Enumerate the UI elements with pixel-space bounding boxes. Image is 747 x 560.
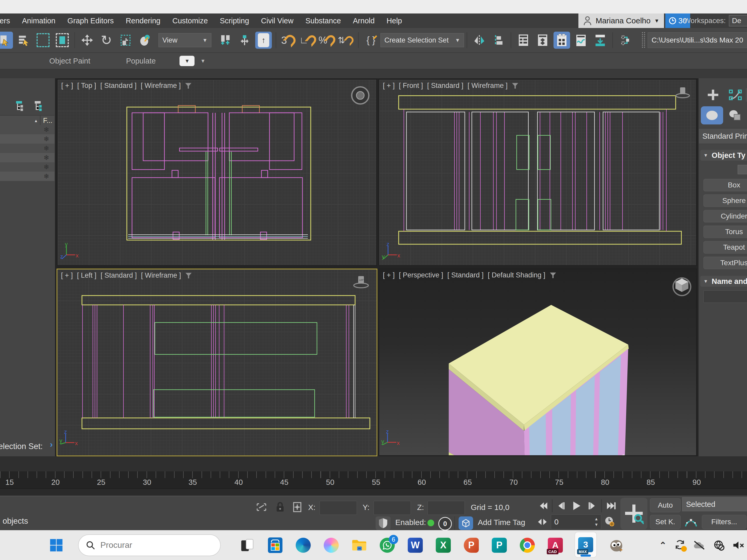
viewport-menu-shading[interactable]: [ Wireframe ] <box>141 271 181 279</box>
tray-chevron-up-icon[interactable]: ⌃ <box>659 540 667 551</box>
powerpoint-icon[interactable]: P <box>463 537 480 554</box>
word-icon[interactable]: W <box>407 537 423 554</box>
project-folder-field[interactable]: C:\Users\Utili...s\3ds Max 20 <box>648 32 747 48</box>
ribbon-tab-populate[interactable]: Populate <box>126 57 156 65</box>
primitive-button-box[interactable]: Box <box>703 179 747 191</box>
selected-key-dropdown[interactable]: Selected <box>682 497 747 511</box>
viewport-menu-general[interactable]: [ + ] <box>61 271 73 279</box>
ribbon-caret-icon[interactable]: ▼ <box>200 58 205 64</box>
volume-muted-icon[interactable] <box>732 540 744 551</box>
menu-item-help[interactable]: Help <box>386 17 402 25</box>
render-setup-button[interactable] <box>573 32 589 49</box>
ribbon-minimize-button[interactable]: ▼ <box>179 56 195 66</box>
add-time-tag-label[interactable]: Add Time Tag <box>478 518 525 527</box>
viewport-left-active[interactable]: [ + ] [ Left ] [ Standard ] [ Wireframe … <box>56 269 378 456</box>
scene-object-row[interactable]: ❄ <box>0 171 54 181</box>
key-mode-toggle[interactable] <box>535 515 549 529</box>
shapes-category-button[interactable] <box>727 107 743 124</box>
menu-item-customize[interactable]: Customize <box>172 17 208 25</box>
menu-item-arnold[interactable]: Arnold <box>353 17 375 25</box>
task-view-button[interactable] <box>239 537 256 554</box>
absolute-mode-toggle[interactable] <box>290 500 305 514</box>
toggle-scene-explorer-button[interactable] <box>515 32 532 49</box>
whatsapp-icon[interactable]: 6 <box>379 537 395 554</box>
search-input[interactable] <box>100 540 186 550</box>
default-in-out-tangents-button[interactable] <box>683 515 699 529</box>
go-to-end-button[interactable] <box>604 499 618 513</box>
y-coordinate-field[interactable] <box>374 501 411 515</box>
menu-item-civil-view[interactable]: Civil View <box>261 17 293 25</box>
create-selection-set-field[interactable]: Create Selection Set▼ <box>381 33 464 47</box>
onedrive-sync-icon[interactable] <box>674 539 685 551</box>
primitive-category-dropdown[interactable]: Standard Prim <box>699 128 747 144</box>
object-name-field[interactable] <box>703 290 747 303</box>
snaps-toggle-3d-button[interactable]: 3 <box>280 32 297 49</box>
modify-tab-icon[interactable] <box>727 88 744 102</box>
mirror-button[interactable] <box>471 32 488 49</box>
z-coordinate-field[interactable] <box>428 501 465 515</box>
primitive-button-textplus[interactable]: TextPlus <box>703 257 747 269</box>
select-and-rotate-button[interactable]: ↻ <box>98 32 114 49</box>
viewport-menu-pov[interactable]: [ Perspective ] <box>399 271 443 279</box>
frozen-icon[interactable]: ❄ <box>38 153 54 162</box>
viewport-perspective[interactable]: [ + ] [ Perspective ] [ Standard ] [ Def… <box>379 269 697 456</box>
select-and-place-button[interactable] <box>136 32 153 49</box>
microsoft-store-icon[interactable] <box>267 537 283 554</box>
viewport-menu-general[interactable]: [ + ] <box>383 271 395 279</box>
viewport-menu-pov[interactable]: [ Front ] <box>399 82 423 90</box>
geometry-category-button[interactable] <box>701 106 723 125</box>
viewport-menu-shading[interactable]: [ Wireframe ] <box>467 82 508 90</box>
go-to-start-button[interactable] <box>536 499 550 513</box>
select-and-move-button[interactable] <box>79 32 96 49</box>
menu-item-scripting[interactable]: Scripting <box>220 17 249 25</box>
scene-explorer-header[interactable]: ▲ F... <box>0 115 54 126</box>
edge-icon[interactable] <box>295 537 311 554</box>
edit-named-selection-sets-button[interactable]: { } <box>363 32 379 49</box>
primitive-button-torus[interactable]: Torus <box>703 225 747 238</box>
selection-lock-toggle[interactable] <box>273 500 287 514</box>
time-tag-cube-icon[interactable] <box>459 516 473 530</box>
frozen-icon[interactable]: ❄ <box>38 144 54 153</box>
expand-arrow-icon[interactable]: › <box>50 439 53 449</box>
set-key-button[interactable]: Set K. <box>650 515 680 529</box>
timeline-ruler[interactable]: 15 20 25 30 35 40 45 50 55 60 65 70 75 8… <box>0 471 747 488</box>
autocad-icon[interactable]: A CAD <box>547 537 564 554</box>
spinner-snap-toggle-button[interactable]: ⇅ <box>338 32 354 49</box>
scene-object-row[interactable]: ❄ <box>0 125 54 134</box>
name-column-header[interactable]: ▲ <box>0 116 41 126</box>
excel-icon[interactable]: X <box>435 537 452 554</box>
file-explorer-icon[interactable] <box>351 537 367 554</box>
play-button[interactable] <box>570 499 584 513</box>
viewport-filter-icon[interactable] <box>185 83 192 89</box>
primitive-button-sphere[interactable]: Sphere <box>703 194 747 207</box>
start-button[interactable] <box>48 537 65 554</box>
sort-by-hierarchy-icon[interactable] <box>15 101 27 112</box>
render-production-button[interactable] <box>617 32 634 49</box>
rendered-frame-window-button[interactable] <box>592 32 609 49</box>
scene-object-row[interactable]: ❄ <box>0 162 54 171</box>
viewcube-gizmo[interactable] <box>671 275 693 297</box>
viewport-menu-renderer[interactable]: [ Standard ] <box>447 271 484 279</box>
viewport-menu-shading[interactable]: [ Default Shading ] <box>488 271 545 279</box>
reference-coordinate-system-dropdown[interactable]: View▼ <box>158 33 211 47</box>
previous-frame-button[interactable] <box>554 499 568 513</box>
selection-lock-region-icon[interactable] <box>254 500 269 514</box>
scene-object-row[interactable]: ❄ <box>0 134 54 144</box>
sort-by-layer-icon[interactable] <box>34 101 46 112</box>
scene-object-row[interactable]: ❄ <box>0 153 54 162</box>
next-frame-button[interactable] <box>585 499 599 513</box>
publisher-icon[interactable]: P <box>491 537 508 554</box>
onedrive-offline-icon[interactable] <box>693 540 705 551</box>
menu-item-rendering[interactable]: Rendering <box>126 17 160 25</box>
viewport-menu-general[interactable]: [ + ] <box>61 82 73 90</box>
menu-item-substance[interactable]: Substance <box>305 17 341 25</box>
viewport-filter-icon[interactable] <box>185 272 192 279</box>
viewport-navigation-gizmo[interactable] <box>675 86 691 99</box>
viewport-navigation-gizmo[interactable] <box>350 85 370 106</box>
viewport-navigation-gizmo[interactable]: LEFT <box>353 274 369 290</box>
primitive-button-cylinder[interactable]: Cylinder <box>703 210 747 222</box>
viewport-filter-icon[interactable] <box>550 272 556 278</box>
primitive-button-teapot[interactable]: Teapot <box>703 241 747 254</box>
frozen-icon[interactable]: ❄ <box>38 171 54 181</box>
material-editor-button[interactable] <box>553 32 570 49</box>
